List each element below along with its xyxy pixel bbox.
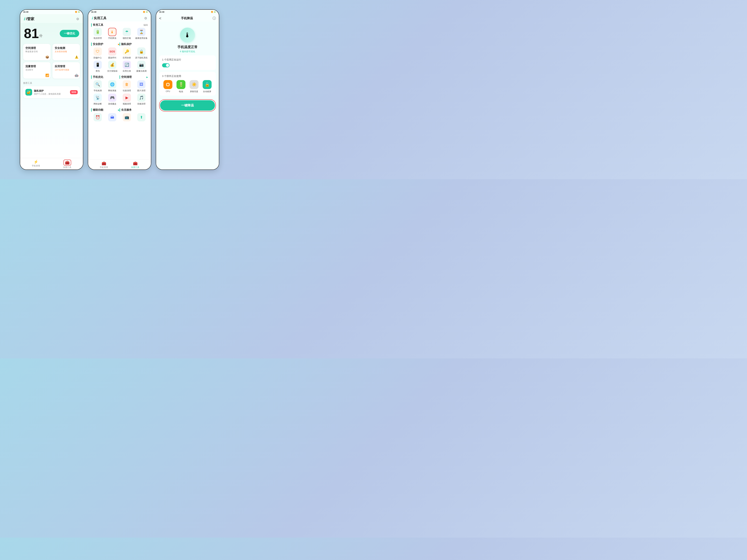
common-tools-edit[interactable]: 编辑 xyxy=(144,24,148,27)
tool-sos-label: 紧急呼叫 xyxy=(108,56,117,59)
thermo-icon: 🌡 xyxy=(180,28,195,43)
tab-phone-label: 手机管理 xyxy=(32,164,40,167)
tool-assist-4-icon: ⬆ xyxy=(137,113,146,121)
tool-health[interactable]: ⌛ 健康使用设备 xyxy=(135,28,148,39)
tool-photo[interactable]: 🖼 图片清理 xyxy=(135,80,148,92)
tool-phonecheck[interactable]: 🔍 手机检测 xyxy=(91,80,104,92)
tool-game[interactable]: 🎮 游戏魔盒 xyxy=(106,94,119,105)
recommend-title: 推荐工具 xyxy=(23,82,80,85)
comp-brightness[interactable]: ☀️ 屏幕亮度 xyxy=(188,80,200,93)
tool-sos[interactable]: SOS 紧急呼叫 xyxy=(106,47,119,59)
card-space[interactable]: 空间清理 释放更多空间 📦 xyxy=(23,44,51,60)
common-tools-title: 常用工具 xyxy=(91,23,103,27)
tab-phone-manage[interactable]: ⚡ 手机管理 xyxy=(20,160,52,169)
security-header: 安全防护 ▶ xyxy=(91,41,120,47)
status-bar-1: 16:30 📶🔋 xyxy=(20,10,83,14)
phone-3: 16:30 📶🔋 < 手机降温 ⓘ 🌡 手机温度正常 4 项内容可优化 1 个应… xyxy=(156,9,219,170)
tool-intercept[interactable]: ☂ 骚扰拦截 xyxy=(120,28,133,39)
p2-gear-icon[interactable]: ⚙ xyxy=(144,16,147,20)
tool-assist-3-icon: 📺 xyxy=(123,113,131,121)
tool-find[interactable]: 📱 查找 xyxy=(91,61,104,73)
tab2-phone-manage[interactable]: 🧰 手机管理 xyxy=(88,161,120,169)
optimize-button[interactable]: 一键优化 xyxy=(60,30,79,37)
thermo-container: 🌡 手机温度正常 4 项内容可优化 xyxy=(159,25,216,55)
security-arrow: ▶ xyxy=(118,43,120,46)
privacy-section: 隐私保护 xyxy=(120,41,148,47)
recommend-card[interactable]: 🔐 隐私保护 保护个人信息，避免隐私泄露 SOS xyxy=(23,86,80,98)
action-btn-wrapper: 一键降温 xyxy=(159,99,216,111)
back-button[interactable]: < xyxy=(159,16,161,21)
comp-battery[interactable]: 🔋 电池 xyxy=(175,80,187,93)
comp-brightness-icon: ☀️ xyxy=(189,80,199,89)
running-toggle[interactable] xyxy=(162,63,170,68)
running-title: 1 个应用正在运行 xyxy=(162,58,213,61)
life-title: 生活服务 xyxy=(120,108,132,112)
optimize-title: 手机优化 xyxy=(91,75,103,79)
tab-tools-selected: 🧰 xyxy=(63,160,71,166)
card-traffic[interactable]: 流量管理 无SIM卡 📶 xyxy=(23,62,51,79)
card-traffic-title: 流量管理 xyxy=(25,65,48,68)
tool-audio[interactable]: 🎵 音频清理 xyxy=(135,94,148,105)
tool-phonecheck-icon: 🔍 xyxy=(94,80,102,88)
tool-speedtest-icon: 🌐 xyxy=(108,80,117,88)
status-icons-2: 📶🔋 xyxy=(143,11,148,13)
p1-content: 81 分 一键优化 空间清理 释放更多空间 📦 安全检测 从未查杀病毒 ⚠️ 流… xyxy=(20,23,83,158)
tool-pay-icon: 💰 xyxy=(108,61,117,69)
gear-icon[interactable]: ⚙ xyxy=(76,17,79,21)
assist-life-row: 辅助功能 ▶ 生活服务 xyxy=(91,107,148,112)
optimize-col: 手机优化 xyxy=(91,74,120,80)
tool-assist-4[interactable]: ⬆ xyxy=(135,113,148,121)
logo-i: i xyxy=(24,17,25,22)
tool-health-label: 健康使用设备 xyxy=(135,37,148,39)
comp-brightness-label: 屏幕亮度 xyxy=(190,90,198,93)
tab2-tools-icon: 🧰 xyxy=(133,161,138,166)
tool-appenc[interactable]: 🔑 应用加密 xyxy=(120,47,133,59)
tool-speedtest[interactable]: 🌐 网络测速 xyxy=(106,80,119,92)
tool-assist-1[interactable]: ⏰ xyxy=(91,113,104,121)
tool-junk[interactable]: 🗑 垃圾清理 xyxy=(120,80,133,92)
life-header: 生活服务 xyxy=(120,107,148,112)
tool-pay[interactable]: 💰 支付保险箱 xyxy=(106,61,119,73)
components-section: 3 个部件正在使用 xyxy=(159,72,216,96)
p2-logo-i: i xyxy=(92,16,93,20)
score-unit: 分 xyxy=(39,33,43,38)
tab2-phone-label: 手机管理 xyxy=(100,166,108,169)
space-arrow: ▶ xyxy=(147,76,148,78)
tool-clone[interactable]: 🔄 应用分身 xyxy=(120,61,133,73)
card-apps[interactable]: 应用管理 13个应用可更新 🤖 xyxy=(52,62,80,79)
screen-1: i i管家 ⚙ 81 分 一键优化 空间清理 释放更多空间 📦 安全 xyxy=(20,14,83,169)
card-space-icon: 📦 xyxy=(45,55,49,59)
tool-assist-2[interactable]: 🏔 xyxy=(106,113,119,121)
p2-logo: i 实用工具 xyxy=(92,16,106,20)
phone-2: 16:30 📶🔋 i 实用工具 ⚙ 常用工具 编辑 🔋 电池管理 xyxy=(88,9,151,170)
cooling-button[interactable]: 一键降温 xyxy=(160,100,215,110)
tab-tools-label: 实用工具 xyxy=(63,166,71,169)
tool-camera-icon: 📷 xyxy=(137,61,146,69)
tool-appenc-icon: 🔑 xyxy=(123,47,131,56)
card-traffic-icon: 📶 xyxy=(45,74,49,77)
action-btn-row: 一键降温 xyxy=(159,98,216,113)
tool-camera[interactable]: 📷 摄像头检测 xyxy=(135,61,148,73)
card-security[interactable]: 安全检测 从未查杀病毒 ⚠️ xyxy=(52,44,80,60)
tab-tools[interactable]: 🧰 实用工具 xyxy=(52,160,83,169)
common-tools-header: 常用工具 编辑 xyxy=(91,22,148,28)
thermo-sub: 4 项内容可优化 xyxy=(180,50,195,53)
tool-photo-icon: 🖼 xyxy=(137,80,146,88)
tool-photo-label: 图片清理 xyxy=(137,89,146,92)
tool-battery[interactable]: 🔋 电池管理 xyxy=(91,28,104,39)
tab2-tools[interactable]: 🧰 实用工具 xyxy=(120,161,151,169)
info-icon[interactable]: ⓘ xyxy=(212,16,216,21)
comp-cpu-label: CPU xyxy=(166,90,170,92)
tool-video[interactable]: ▶ 视频清理 xyxy=(120,94,133,105)
tool-health-icon: ⌛ xyxy=(137,28,146,36)
tool-cooling[interactable]: 🌡 手机降温 xyxy=(106,28,119,39)
comp-autolock[interactable]: 🔒 自动锁屏 xyxy=(201,80,213,93)
tool-antifraud[interactable]: 🛡 防骗中心 xyxy=(91,47,104,59)
tool-assist-3[interactable]: 📺 xyxy=(120,113,133,121)
tool-netdiag[interactable]: 📡 网络诊断 xyxy=(91,94,104,105)
components-grid: CPU 🔋 电池 ☀️ 屏幕亮度 🔒 自动锁屏 xyxy=(162,80,213,93)
tool-privacy-sys[interactable]: 🔒 原子隐私系统 xyxy=(135,47,148,59)
tool-netdiag-icon: 📡 xyxy=(94,94,102,102)
comp-cpu[interactable]: CPU xyxy=(162,80,174,93)
status-icons-3: 📶🔋 xyxy=(211,11,216,13)
